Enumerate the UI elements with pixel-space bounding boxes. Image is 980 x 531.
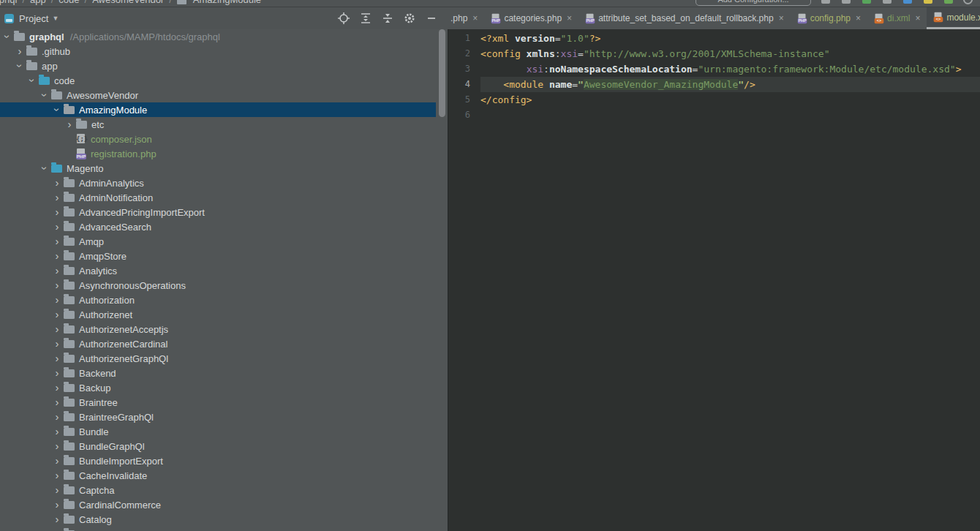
tree-item-Analytics[interactable]: ›Analytics [0,263,448,278]
breadcrumb-item-code[interactable]: code [59,0,79,5]
coverage-icon[interactable] [883,0,892,4]
chevron-right-icon[interactable]: › [53,442,61,451]
chevron-right-icon[interactable]: › [53,456,61,465]
tree-item-AuthorizenetGraphQl[interactable]: ›AuthorizenetGraphQl [0,351,448,366]
close-tab-icon[interactable]: × [779,13,784,23]
tree-item-Authorizenet[interactable]: ›Authorizenet [0,307,448,322]
update-project-icon[interactable] [924,0,932,4]
expand-all-icon[interactable] [359,12,372,25]
chevron-down-icon[interactable]: ▼ [52,15,59,22]
tree-item-Bundle[interactable]: ›Bundle [0,424,448,439]
code-line-5[interactable]: 5</config> [448,92,980,108]
tree-item-AdvancedPricingImportExport[interactable]: ›AdvancedPricingImportExport [0,205,448,219]
chevron-right-icon[interactable]: › [53,500,61,509]
tree-item-AdvancedSearch[interactable]: ›AdvancedSearch [0,219,448,234]
tab-config.php[interactable]: PHPconfig.php× [791,7,867,29]
project-tree-scrollbar[interactable] [439,29,445,117]
chevron-right-icon[interactable]: › [15,47,24,56]
chevron-down-icon[interactable]: › [28,76,37,85]
tab-module.xml[interactable]: <>module.xml [927,7,980,29]
chevron-right-icon[interactable]: › [53,222,61,231]
debug-icon[interactable] [862,0,871,4]
chevron-right-icon[interactable]: › [53,471,61,480]
tree-item-composer.json[interactable]: ›{;}composer.json [0,132,448,146]
chevron-right-icon[interactable]: › [53,369,61,377]
breadcrumb-item-AwesomeVendor[interactable]: AwesomeVendor [92,0,164,5]
chevron-right-icon[interactable]: › [53,281,61,290]
run-icon[interactable] [842,0,851,4]
chevron-right-icon[interactable]: › [53,383,61,392]
locate-file-icon[interactable] [337,12,350,25]
search-everywhere-icon[interactable] [963,0,973,4]
chevron-down-icon[interactable]: › [3,32,12,41]
tree-item-CacheInvalidate[interactable]: ›CacheInvalidate [0,468,448,483]
tree-item-CardinalCommerce[interactable]: ›CardinalCommerce [0,497,448,512]
tree-item-Amqp[interactable]: ›Amqp [0,234,448,249]
tree-item-app[interactable]: ›app [0,59,448,73]
tab-categories.php[interactable]: PHPcategories.php× [484,7,578,29]
project-panel-title[interactable]: Project [19,13,48,24]
chevron-down-icon[interactable]: › [40,91,49,99]
chevron-right-icon[interactable]: › [53,339,61,348]
chevron-right-icon[interactable]: › [53,193,61,202]
code-line-3[interactable]: 3 xsi:noNamespaceSchemaLocation="urn:mag… [448,61,980,77]
chevron-down-icon[interactable]: › [40,164,49,173]
tree-item-registration.php[interactable]: ›PHPregistration.php [0,146,448,161]
breadcrumb[interactable]: graphql/app/code/AwesomeVendor/AmazingMo… [0,0,264,5]
hide-panel-icon[interactable] [425,12,437,25]
chevron-right-icon[interactable]: › [53,398,61,407]
tree-item-Captcha[interactable]: ›Captcha [0,483,448,497]
code-line-2[interactable]: 2<config xmlns:xsi="http://www.w3.org/20… [448,46,980,61]
tree-item-BraintreeGraphQl[interactable]: ›BraintreeGraphQl [0,410,448,424]
tree-item-AsynchronousOperations[interactable]: ›AsynchronousOperations [0,278,448,293]
tree-item-Braintree[interactable]: ›Braintree [0,395,448,410]
tree-item-AdminNotification[interactable]: ›AdminNotification [0,190,448,205]
chevron-right-icon[interactable]: › [53,413,61,421]
run-configuration-combo[interactable]: Add Configuration... [696,0,811,6]
tree-item-Catalog[interactable]: ›Catalog [0,512,448,527]
tree-item-AuthorizenetAcceptjs[interactable]: ›AuthorizenetAcceptjs [0,322,448,336]
settings-icon[interactable] [403,12,415,25]
chevron-right-icon[interactable]: › [53,325,61,334]
chevron-right-icon[interactable]: › [53,237,61,246]
tab-php[interactable]: .php× [448,7,484,29]
breadcrumb-item-AmazingModule[interactable]: AmazingModule [193,0,261,5]
tree-item-AuthorizenetCardinal[interactable]: ›AuthorizenetCardinal [0,336,448,351]
chevron-right-icon[interactable]: › [53,266,61,275]
chevron-right-icon[interactable]: › [53,178,61,187]
close-tab-icon[interactable]: × [472,13,478,23]
tab-attribute_set_based_on_default_rollback.php[interactable]: PHPattribute_set_based_on_default_rollba… [578,7,791,29]
tree-item-Magento[interactable]: ›Magento [0,161,448,176]
chevron-down-icon[interactable]: › [53,105,61,114]
close-tab-icon[interactable]: × [915,13,920,23]
build-icon[interactable] [821,0,830,4]
chevron-right-icon[interactable]: › [53,252,61,260]
chevron-right-icon[interactable]: › [53,427,61,436]
chevron-right-icon[interactable]: › [53,310,61,319]
tree-item-etc[interactable]: ›etc [0,117,448,132]
tab-di.xml[interactable]: <>di.xml× [867,7,927,29]
tree-item-Authorization[interactable]: ›Authorization [0,293,448,307]
chevron-down-icon[interactable]: › [15,61,24,70]
code-line-1[interactable]: 1<?xml version="1.0"?> [448,31,980,46]
close-tab-icon[interactable]: × [567,13,572,23]
tree-item-BundleGraphQl[interactable]: ›BundleGraphQl [0,439,448,453]
tree-item-code[interactable]: ›code [0,73,448,88]
tree-item-AwesomeVendor[interactable]: ›AwesomeVendor [0,88,448,102]
tree-item-AmqpStore[interactable]: ›AmqpStore [0,249,448,263]
code-line-6[interactable]: 6 [448,108,980,123]
code-line-4[interactable]: 4 <module name="AwesomeVendor_AmazingMod… [448,77,980,92]
tree-item-AmazingModule[interactable]: ›AmazingModule [0,102,436,117]
chevron-right-icon[interactable]: › [53,515,61,524]
breadcrumb-item-app[interactable]: app [30,0,46,5]
chevron-right-icon[interactable]: › [53,486,61,494]
breadcrumb-item-graphql[interactable]: graphql [0,0,17,5]
chevron-right-icon[interactable]: › [53,208,61,216]
tree-item-partial[interactable]: › [0,527,448,531]
tree-item-AdminAnalytics[interactable]: ›AdminAnalytics [0,176,448,190]
chevron-right-icon[interactable]: › [53,354,61,363]
tree-item-graphql[interactable]: ›graphql/Applications/MAMP/htdocs/graphq… [0,29,448,44]
chevron-right-icon[interactable]: › [65,120,74,129]
collapse-all-icon[interactable] [381,12,393,25]
commit-icon[interactable] [944,0,953,4]
